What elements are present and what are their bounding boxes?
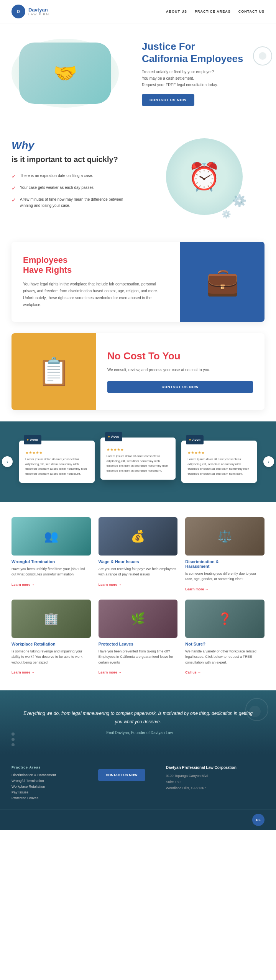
- logo-name: Davtyan: [28, 7, 49, 13]
- practice-card-wrongful: 👥 Wrongful Termination Have you been unf…: [12, 517, 91, 592]
- practice-card-leaves: 🌿 Protected Leaves Have you been prevent…: [99, 600, 178, 675]
- quote-text: Everything we do, from legal maneuvering…: [23, 710, 253, 726]
- quote-section: Everything we do, from legal maneuvering…: [0, 690, 276, 754]
- practice-section: 👥 Wrongful Termination Have you been unf…: [0, 502, 276, 690]
- leaves-icon: 🌿: [131, 612, 145, 625]
- testimonial-card-1: • Avvo ★★★★★ Lorem ipsum dolor sit amet,…: [19, 441, 95, 483]
- nocost-icon: 📋: [37, 356, 71, 387]
- footer-link-wrongful[interactable]: Wrongful Termination: [12, 779, 77, 783]
- footer-link-leaves[interactable]: Protected Leaves: [12, 796, 77, 800]
- testimonial-prev-button[interactable]: ‹: [2, 456, 13, 467]
- practice-img-6: ❓: [185, 600, 264, 638]
- practice-img-1: 👥: [12, 517, 91, 556]
- retaliation-icon: 🏢: [44, 612, 58, 625]
- rights-description: You have legal rights in the workplace t…: [23, 281, 169, 308]
- why-item-1: ✓ There is an expiration date on filing …: [12, 173, 132, 179]
- footer-cta-area: CONTACT US NOW: [89, 765, 154, 802]
- nav-contact[interactable]: CONTACT US: [238, 10, 264, 13]
- learn-more-3[interactable]: Learn more →: [185, 587, 209, 591]
- footer-link-discrimination[interactable]: Discrimination & Harassment: [12, 773, 77, 777]
- why-text-1: There is an expiration date on filing a …: [20, 173, 93, 179]
- small-gear-icon: ⚙️: [222, 210, 231, 219]
- testimonial-next-button[interactable]: ›: [263, 456, 274, 467]
- nocost-section: 📋 No Cost To You We consult, review, and…: [12, 333, 264, 410]
- learn-more-6[interactable]: Call us →: [185, 670, 201, 674]
- why-text-3: A few minutes of time now may mean the d…: [20, 197, 132, 209]
- hero-illustration-area: 🤝: [12, 39, 134, 108]
- hero-title: Justice For California Employees: [142, 41, 264, 64]
- practice-desc-4: Is someone taking revenge and impairing …: [12, 649, 91, 665]
- hero-content: Justice For California Employees Treated…: [134, 41, 264, 105]
- rights-icon: 💼: [206, 266, 239, 297]
- avvo-label-2: Avvo: [111, 435, 120, 439]
- practice-desc-6: We handle a variety of other workplace r…: [185, 649, 264, 665]
- check-icon-1: ✓: [12, 173, 16, 179]
- avvo-badge-2: • Avvo: [105, 432, 123, 441]
- hero-section: 🤝 Justice For California Employees Treat…: [0, 23, 276, 119]
- decor-dot: [259, 52, 266, 60]
- nocost-illustration: 📋: [12, 333, 96, 410]
- clock-illustration: ⏰ ⚙️ ⚙️: [166, 138, 243, 215]
- practice-desc-5: Have you been prevented from taking time…: [99, 649, 178, 665]
- gear-icon: ⚙️: [232, 194, 246, 207]
- practice-img-2: 💰: [99, 517, 178, 556]
- quote-author: – Emil Davtyan, Founder of Davtyan Law: [23, 731, 253, 735]
- footer-link-retaliation[interactable]: Workplace Retaliation: [12, 785, 77, 788]
- practice-img-5: 🌿: [99, 600, 178, 638]
- header: D Davtyan LAW FIRM ABOUT US PRACTICE ARE…: [0, 0, 276, 23]
- learn-more-5[interactable]: Learn more →: [99, 670, 122, 674]
- rights-content: Employees Have Rights You have legal rig…: [12, 242, 180, 322]
- footer-address-line3: Woodland Hills, CA 91367: [166, 786, 206, 790]
- practice-card-retaliation: 🏢 Workplace Retaliation Is someone takin…: [12, 600, 91, 675]
- nav-practice[interactable]: PRACTICE AREAS: [195, 10, 231, 13]
- rights-illustration: 💼: [180, 242, 264, 322]
- quote-dot-3: [12, 743, 15, 746]
- practice-img-4: 🏢: [12, 600, 91, 638]
- learn-more-1[interactable]: Learn more →: [12, 583, 35, 587]
- testimonial-card-3: • Avvo ★★★★★ Lorem ipsum dolor sit amet,…: [181, 441, 257, 483]
- why-text-2: Your case gets weaker as each day passes: [20, 185, 94, 191]
- footer-cta-button[interactable]: CONTACT US NOW: [98, 769, 145, 781]
- testimonials-section: ‹ • Avvo ★★★★★ Lorem ipsum dolor sit ame…: [0, 421, 276, 502]
- hero-cta-button[interactable]: CONTACT US NOW: [142, 94, 194, 106]
- testimonials-container: • Avvo ★★★★★ Lorem ipsum dolor sit amet,…: [4, 441, 272, 483]
- practice-title-1: Wrongful Termination: [12, 559, 91, 564]
- nocost-cta-button[interactable]: CONTACT US NOW: [107, 381, 253, 393]
- footer-logo-initials: DL: [256, 818, 261, 822]
- nocost-title: No Cost To You: [107, 350, 253, 362]
- footer-link-pay[interactable]: Pay Issues: [12, 790, 77, 794]
- avvo-dot-2: •: [108, 434, 110, 440]
- testimonial-card-2: • Avvo ★★★★★ Lorem ipsum dolor sit amet,…: [100, 438, 176, 480]
- why-title: Why is it important to act quickly?: [12, 139, 132, 165]
- avvo-label-3: Avvo: [192, 438, 200, 442]
- practice-grid: 👥 Wrongful Termination Have you been unf…: [12, 517, 264, 675]
- footer-address-line1: 9109 Topanga Canyon Blvd: [166, 774, 208, 778]
- hero-illustration: 🤝: [12, 39, 119, 108]
- footer-content: Practice Areas Discrimination & Harassme…: [0, 754, 276, 810]
- discrimination-icon: ⚖️: [218, 529, 232, 543]
- practice-title-5: Protected Leaves: [99, 642, 178, 646]
- check-icon-2: ✓: [12, 185, 16, 191]
- clock-icon: ⏰: [187, 161, 221, 192]
- quote-dot-1: [12, 733, 15, 736]
- learn-more-2[interactable]: Learn more →: [99, 583, 122, 587]
- nav-about[interactable]: ABOUT US: [166, 10, 187, 13]
- notsure-icon: ❓: [218, 612, 232, 625]
- practice-card-discrimination: ⚖️ Discrimination & Harassment Is someon…: [185, 517, 264, 592]
- learn-more-4[interactable]: Learn more →: [12, 670, 35, 674]
- why-item-3: ✓ A few minutes of time now may mean the…: [12, 197, 132, 209]
- avvo-badge-1: • Avvo: [24, 435, 41, 444]
- logo-sub: LAW FIRM: [28, 13, 49, 16]
- stars-1: ★★★★★: [25, 451, 89, 455]
- footer-practice-title: Practice Areas: [12, 765, 77, 769]
- testimonial-text-3: Lorem ipsum dolor sit amet,consectetur a…: [187, 457, 251, 477]
- avvo-dot: •: [27, 437, 29, 443]
- practice-desc-1: Have you been unfairly fired from your j…: [12, 566, 91, 577]
- rights-section: Employees Have Rights You have legal rig…: [12, 242, 264, 322]
- practice-desc-3: Is someone treating you differently due …: [185, 571, 264, 582]
- practice-title-2: Wage & Hour Issues: [99, 559, 178, 564]
- avvo-dot-3: •: [189, 437, 191, 443]
- hero-image: 🤝: [19, 43, 111, 104]
- stars-3: ★★★★★: [187, 451, 251, 455]
- testimonial-text-1: Lorem ipsum dolor sit amet,consectetur a…: [25, 457, 89, 477]
